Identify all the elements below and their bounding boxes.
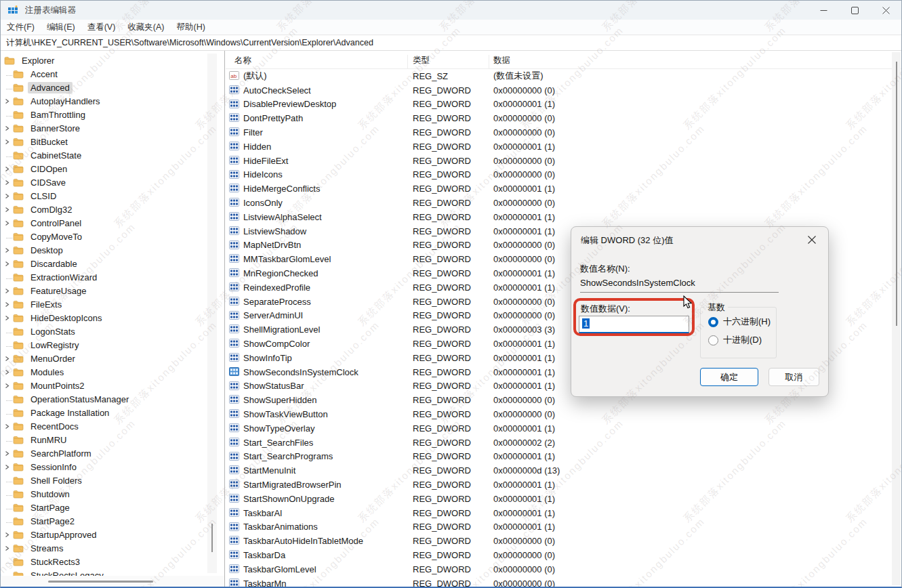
tree-item-Modules[interactable]: Modules (1, 365, 224, 379)
registry-value-row-TaskbarAl[interactable]: TaskbarAlREG_DWORD0x00000001 (1) (226, 506, 901, 520)
tree-vscroll-thumb[interactable] (211, 524, 213, 552)
close-button[interactable] (870, 1, 901, 20)
registry-value-row-StartMigratedBrowserPin[interactable]: StartMigratedBrowserPinREG_DWORD0x000000… (226, 478, 901, 492)
chevron-right-icon[interactable] (4, 193, 12, 199)
tree-item-Discardable[interactable]: Discardable (1, 257, 224, 270)
chevron-right-icon[interactable] (4, 220, 12, 226)
tree-item-StartupApproved[interactable]: StartupApproved (1, 528, 224, 541)
column-header-name[interactable]: 名称 (234, 55, 251, 66)
registry-value-row-ShowTypeOverlay[interactable]: ShowTypeOverlayREG_DWORD0x00000001 (1) (226, 421, 901, 436)
registry-value-row-DontPrettyPath[interactable]: DontPrettyPathREG_DWORD0x00000000 (0) (226, 111, 901, 125)
tree-item-StartPage[interactable]: StartPage (1, 501, 224, 514)
tree-item-SessionInfo[interactable]: SessionInfo (1, 460, 224, 474)
tree-item-OperationStatusManager[interactable]: OperationStatusManager (1, 392, 224, 406)
menu-edit[interactable]: 编辑(E) (41, 22, 81, 33)
registry-value-row-TaskbarMn[interactable]: TaskbarMnREG_DWORD0x00000000 (0) (226, 576, 901, 587)
tree-item-SearchPlatform[interactable]: SearchPlatform (1, 446, 224, 460)
tree-item-LowRegistry[interactable]: LowRegistry (1, 338, 224, 352)
chevron-right-icon[interactable] (4, 261, 12, 267)
chevron-right-icon[interactable] (4, 450, 12, 457)
tree-item-BamThrottling[interactable]: BamThrottling (1, 108, 224, 121)
chevron-right-icon[interactable] (4, 288, 12, 294)
tree-item-FileExts[interactable]: FileExts (1, 297, 224, 311)
tree-vertical-scrollbar[interactable] (207, 54, 217, 573)
registry-value-row-Start_SearchFiles[interactable]: Start_SearchFilesREG_DWORD0x00000002 (2) (226, 436, 901, 450)
registry-value-row-HideMergeConflicts[interactable]: HideMergeConflictsREG_DWORD0x00000001 (1… (226, 182, 901, 196)
registry-value-row-ShowTaskViewButton[interactable]: ShowTaskViewButtonREG_DWORD0x00000000 (0… (226, 407, 901, 421)
tree-horizontal-scrollbar[interactable] (1, 576, 224, 587)
tree-item-BitBucket[interactable]: BitBucket (1, 135, 224, 148)
chevron-right-icon[interactable] (4, 356, 12, 362)
tree-item-RunMRU[interactable]: RunMRU (1, 433, 224, 446)
registry-value-row-Start_SearchPrograms[interactable]: Start_SearchProgramsREG_DWORD0x00000001 … (226, 450, 901, 464)
chevron-right-icon[interactable] (4, 545, 12, 551)
maximize-button[interactable] (839, 1, 870, 20)
cancel-button[interactable]: 取消 (768, 368, 819, 386)
column-divider[interactable] (489, 55, 489, 68)
tree-item-ControlPanel[interactable]: ControlPanel (1, 216, 224, 230)
tree-item-Desktop[interactable]: Desktop (1, 243, 224, 257)
tree-hscroll-thumb[interactable] (48, 581, 153, 583)
tree-item-FeatureUsage[interactable]: FeatureUsage (1, 284, 224, 297)
ok-button[interactable]: 确定 (700, 368, 758, 386)
tree-item-Shutdown[interactable]: Shutdown (1, 487, 224, 501)
tree-item-LogonStats[interactable]: LogonStats (1, 324, 224, 338)
chevron-right-icon[interactable] (4, 315, 12, 321)
tree-item-CIDSave[interactable]: CIDSave (1, 175, 224, 189)
registry-value-row-HideIcons[interactable]: HideIconsREG_DWORD0x00000000 (0) (226, 168, 901, 182)
column-divider[interactable] (407, 55, 408, 68)
tree-item-Shell-Folders[interactable]: Shell Folders (1, 474, 224, 487)
chevron-right-icon[interactable] (4, 247, 12, 253)
list-vertical-scrollbar[interactable] (892, 52, 901, 585)
tree-item-Advanced[interactable]: Advanced (1, 81, 224, 94)
chevron-right-icon[interactable] (4, 464, 12, 470)
tree-item-ComDlg32[interactable]: ComDlg32 (1, 203, 224, 216)
registry-value-row-Hidden[interactable]: HiddenREG_DWORD0x00000001 (1) (226, 140, 901, 154)
registry-value-row-TaskbarAutoHideInTabletMode[interactable]: TaskbarAutoHideInTabletModeREG_DWORD0x00… (226, 534, 901, 548)
tree-item-StartPage2[interactable]: StartPage2 (1, 514, 224, 528)
tree-item-CabinetState[interactable]: CabinetState (1, 148, 224, 162)
column-header-data[interactable]: 数据 (493, 55, 510, 66)
tree-item-CopyMoveTo[interactable]: CopyMoveTo (1, 230, 224, 243)
tree-item-ExtractionWizard[interactable]: ExtractionWizard (1, 270, 224, 284)
registry-value-row-TaskbarDa[interactable]: TaskbarDaREG_DWORD0x00000000 (0) (226, 548, 901, 562)
chevron-right-icon[interactable] (4, 369, 12, 375)
list-vscroll-thumb[interactable] (896, 62, 897, 326)
menu-favorites[interactable]: 收藏夹(A) (121, 22, 170, 33)
chevron-right-icon[interactable] (4, 207, 12, 213)
column-header-type[interactable]: 类型 (413, 55, 430, 66)
chevron-right-icon[interactable] (4, 532, 12, 538)
chevron-right-icon[interactable] (4, 139, 12, 145)
dialog-close-icon[interactable] (802, 231, 821, 249)
tree-item-Explorer[interactable]: Explorer (1, 54, 224, 67)
tree-item-CLSID[interactable]: CLSID (1, 189, 224, 203)
registry-value-row-TaskbarAnimations[interactable]: TaskbarAnimationsREG_DWORD0x00000001 (1) (226, 520, 901, 534)
tree-item-RecentDocs[interactable]: RecentDocs (1, 419, 224, 433)
chevron-right-icon[interactable] (4, 125, 12, 131)
tree-item-Package-Installation[interactable]: Package Installation (1, 406, 224, 419)
chevron-right-icon[interactable] (4, 423, 12, 429)
tree-item-AutoplayHandlers[interactable]: AutoplayHandlers (1, 94, 224, 108)
menu-file[interactable]: 文件(F) (1, 22, 41, 33)
registry-value-row-AutoCheckSelect[interactable]: AutoCheckSelectREG_DWORD0x00000000 (0) (226, 83, 901, 98)
menu-view[interactable]: 查看(V) (81, 22, 122, 33)
tree-item-MountPoints2[interactable]: MountPoints2 (1, 379, 224, 392)
registry-value-row-(默认)[interactable]: ab(默认)REG_SZ(数值未设置) (226, 69, 901, 83)
registry-value-row-StartShownOnUpgrade[interactable]: StartShownOnUpgradeREG_DWORD0x00000001 (… (226, 492, 901, 506)
chevron-right-icon[interactable] (4, 180, 12, 186)
menu-help[interactable]: 帮助(H) (170, 22, 211, 33)
tree-item-MenuOrder[interactable]: MenuOrder (1, 352, 224, 365)
registry-value-row-DisablePreviewDesktop[interactable]: DisablePreviewDesktopREG_DWORD0x00000001… (226, 98, 901, 112)
chevron-right-icon[interactable] (4, 383, 12, 389)
tree-item-StuckRects3[interactable]: StuckRects3 (1, 555, 224, 568)
registry-value-row-IconsOnly[interactable]: IconsOnlyREG_DWORD0x00000000 (0) (226, 196, 901, 210)
registry-value-row-HideFileExt[interactable]: HideFileExtREG_DWORD0x00000000 (0) (226, 154, 901, 168)
registry-value-row-StartMenuInit[interactable]: StartMenuInitREG_DWORD0x0000000d (13) (226, 463, 901, 478)
chevron-right-icon[interactable] (4, 166, 12, 172)
tree-item-HideDesktopIcons[interactable]: HideDesktopIcons (1, 311, 224, 324)
radio-decimal[interactable]: 十进制(D) (708, 334, 762, 346)
chevron-right-icon[interactable] (4, 301, 12, 308)
tree-item-CIDOpen[interactable]: CIDOpen (1, 162, 224, 175)
registry-value-row-Filter[interactable]: FilterREG_DWORD0x00000000 (0) (226, 125, 901, 140)
tree-item-Accent[interactable]: Accent (1, 67, 224, 81)
